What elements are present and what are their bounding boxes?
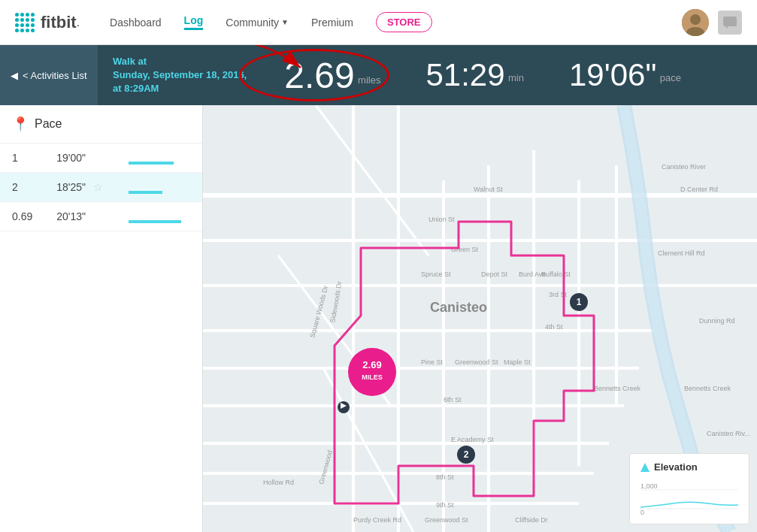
logo[interactable]: fitbit.	[15, 13, 80, 32]
svg-text:D Center Rd: D Center Rd	[680, 186, 718, 193]
table-row: 2 18'25" ☆	[0, 173, 202, 202]
sidebar: 📍 Pace 1 19'00" 2 18'25"	[0, 105, 203, 532]
nav-community[interactable]: Community ▼	[226, 17, 289, 29]
map-background: Canisteo Walnut St Union St Green St Spr…	[203, 105, 757, 532]
row-pace: 20'13"	[44, 202, 117, 231]
table-row: 1 19'00"	[0, 144, 202, 173]
svg-text:Bennetts Creek: Bennetts Creek	[684, 385, 731, 392]
svg-text:2: 2	[464, 449, 469, 460]
svg-text:Hollow Rd: Hollow Rd	[263, 479, 294, 486]
svg-text:Spruce St: Spruce St	[421, 271, 451, 278]
svg-text:6th St: 6th St	[444, 396, 462, 404]
activity-info: Walk at Sunday, September 18, 2016, at 8…	[98, 55, 262, 96]
svg-text:Cliffside Dr: Cliffside Dr	[515, 516, 548, 524]
svg-text:Walnut St: Walnut St	[474, 186, 503, 193]
svg-point-64	[348, 348, 396, 396]
svg-text:4th St: 4th St	[545, 323, 563, 331]
map-area[interactable]: Canisteo Walnut St Union St Green St Spr…	[203, 105, 757, 532]
avatar[interactable]	[682, 9, 709, 36]
pace-table: 1 19'00" 2 18'25" ☆	[0, 144, 202, 231]
svg-text:Maple St: Maple St	[504, 358, 531, 366]
pace-unit: pace	[660, 72, 681, 83]
nav-right	[682, 9, 742, 36]
svg-text:Greenwood St: Greenwood St	[425, 516, 468, 524]
svg-rect-3	[723, 17, 737, 26]
row-num: 0.69	[0, 202, 44, 231]
nav-links: Dashboard Log Community ▼ Premium STORE	[110, 12, 682, 32]
row-pace: 19'00"	[44, 144, 117, 173]
svg-text:Union St: Union St	[428, 216, 455, 223]
table-row: 0.69 20'13"	[0, 202, 202, 231]
row-bar	[117, 202, 202, 231]
svg-text:Dunning Rd: Dunning Rd	[699, 317, 735, 325]
svg-text:Canisteo River: Canisteo River	[662, 163, 706, 171]
svg-marker-67	[640, 463, 650, 472]
stats-bar: ◀ < Activities List Walk at Sunday, Sept…	[0, 45, 757, 105]
time-unit: min	[508, 72, 524, 83]
row-pace: 18'25" ☆	[44, 173, 117, 202]
svg-text:Pine St: Pine St	[421, 358, 444, 366]
stat-distance: 2.69 miles	[262, 55, 403, 96]
activities-list-button[interactable]: ◀ < Activities List	[0, 45, 98, 105]
logo-grid	[15, 13, 35, 32]
chat-icon[interactable]	[718, 11, 742, 35]
nav-premium[interactable]: Premium	[311, 17, 353, 29]
brand-dot: .	[77, 16, 80, 29]
elevation-icon	[640, 463, 650, 472]
pin-icon: 📍	[12, 116, 29, 132]
star-icon: ☆	[93, 181, 103, 193]
svg-text:Purdy Creek Rd: Purdy Creek Rd	[353, 516, 401, 524]
svg-text:Canisteo Riv...: Canisteo Riv...	[707, 430, 750, 437]
row-num: 2	[0, 173, 44, 202]
svg-text:Bennetts Creek: Bennetts Creek	[594, 385, 641, 392]
svg-text:1,000: 1,000	[640, 482, 658, 490]
distance-unit: miles	[358, 74, 380, 85]
main-content: 📍 Pace 1 19'00" 2 18'25"	[0, 105, 757, 532]
nav-log[interactable]: Log	[184, 14, 204, 30]
stat-pace: 19'06" pace	[547, 57, 704, 93]
store-button[interactable]: STORE	[376, 12, 432, 32]
row-num: 1	[0, 144, 44, 173]
svg-text:1: 1	[577, 297, 582, 307]
chevron-down-icon: ▼	[281, 18, 289, 26]
svg-text:Depot St: Depot St	[481, 271, 508, 278]
svg-text:8th St: 8th St	[436, 473, 454, 481]
svg-marker-4	[725, 26, 728, 29]
svg-text:2.69: 2.69	[362, 359, 381, 370]
elevation-title: Elevation	[640, 461, 738, 473]
back-icon: ◀	[11, 70, 18, 81]
elevation-chart: 1,000 0	[640, 479, 738, 516]
brand-name: fitbit	[41, 13, 77, 32]
row-bar	[117, 173, 202, 202]
svg-text:MILES: MILES	[362, 373, 383, 381]
navbar: fitbit. Dashboard Log Community ▼ Premiu…	[0, 0, 757, 45]
svg-text:E Academy St: E Academy St	[451, 436, 494, 443]
svg-text:Greenwood St: Greenwood St	[455, 358, 498, 366]
elevation-card: Elevation 1,000 0	[629, 453, 749, 524]
nav-dashboard[interactable]: Dashboard	[110, 17, 162, 29]
svg-text:Clement Hill Rd: Clement Hill Rd	[658, 249, 705, 257]
pace-header: 📍 Pace	[0, 105, 202, 144]
row-bar	[117, 144, 202, 173]
svg-text:Canisteo: Canisteo	[430, 300, 487, 315]
stat-time: 51:29 min	[403, 57, 547, 93]
svg-text:0: 0	[640, 509, 644, 516]
svg-text:9th St: 9th St	[436, 501, 454, 509]
svg-point-1	[690, 14, 701, 25]
svg-text:Buffalo St: Buffalo St	[541, 271, 571, 278]
